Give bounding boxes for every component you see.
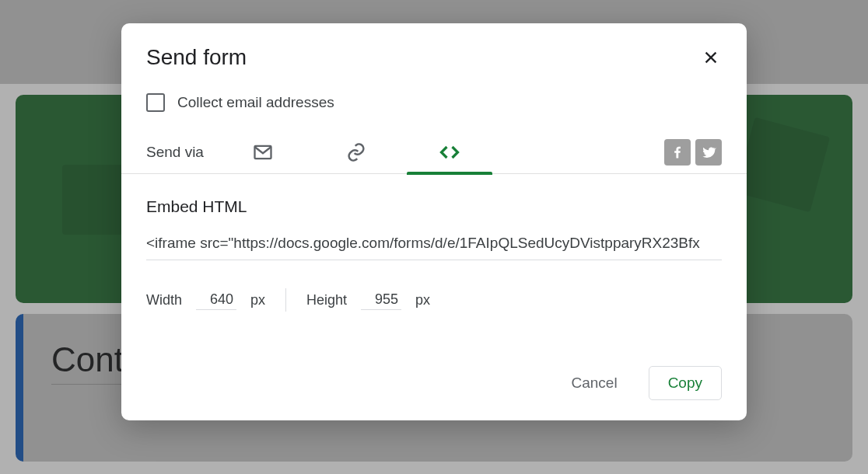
embed-icon	[439, 141, 460, 163]
facebook-icon	[670, 145, 685, 160]
embed-section-title: Embed HTML	[146, 197, 722, 216]
send-form-dialog: Send form Collect email addresses Send v…	[121, 23, 747, 420]
link-icon	[345, 141, 367, 163]
tab-embed[interactable]	[434, 131, 465, 174]
email-icon	[252, 141, 274, 163]
close-icon	[702, 49, 719, 66]
cancel-button[interactable]: Cancel	[552, 367, 635, 399]
share-twitter-button[interactable]	[695, 139, 722, 166]
height-label: Height	[306, 292, 347, 308]
tab-email[interactable]	[247, 131, 278, 174]
twitter-icon	[701, 145, 716, 160]
width-label: Width	[146, 292, 182, 308]
dimension-separator	[285, 288, 286, 312]
embed-code-field[interactable]: <iframe src="https://docs.google.com/for…	[146, 235, 722, 260]
tab-link[interactable]	[341, 131, 372, 174]
collect-emails-label: Collect email addresses	[177, 94, 334, 111]
width-unit: px	[250, 292, 265, 308]
height-input[interactable]	[361, 290, 401, 310]
close-button[interactable]	[700, 47, 722, 68]
share-facebook-button[interactable]	[664, 139, 691, 166]
height-unit: px	[415, 292, 430, 308]
collect-emails-checkbox[interactable]	[146, 93, 165, 112]
send-via-tabs	[247, 131, 465, 174]
width-input[interactable]	[196, 290, 236, 310]
copy-button[interactable]: Copy	[649, 366, 722, 400]
send-via-label: Send via	[146, 144, 247, 161]
dialog-title: Send form	[146, 45, 247, 70]
